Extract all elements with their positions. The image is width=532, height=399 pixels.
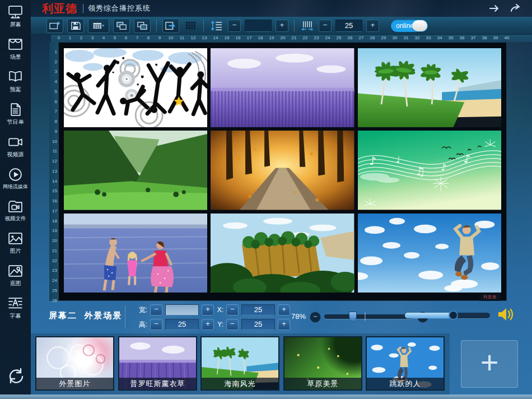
zoom-percent-label: 78% xyxy=(291,312,306,321)
canvas-tile-dancers[interactable] xyxy=(64,48,207,127)
image-icon xyxy=(7,231,24,246)
toggle-knob[interactable] xyxy=(412,20,427,31)
scene-label: 外景场景 xyxy=(84,310,122,320)
zoom-slider-handle[interactable] xyxy=(349,312,357,322)
bottom-edge xyxy=(0,395,532,399)
column-spacing-plus-button[interactable]: + xyxy=(366,20,379,32)
y-minus-button[interactable]: − xyxy=(226,319,239,330)
canvas-tile-lavender[interactable] xyxy=(211,48,354,127)
canvas-tile-autumn-road[interactable] xyxy=(211,131,354,210)
video-camera-icon xyxy=(7,134,24,150)
scene-title: 屏幕二 外景场景 xyxy=(49,310,122,321)
sidebar-item-stream[interactable]: 网络流媒体 xyxy=(3,167,28,191)
new-screen-button[interactable] xyxy=(46,18,63,33)
refresh-button[interactable] xyxy=(6,366,25,388)
sidebar-item-basemap[interactable]: 底图 xyxy=(7,263,24,287)
x-minus-button[interactable]: − xyxy=(226,304,239,316)
column-spacing-input[interactable]: 25 xyxy=(335,20,362,32)
sidebar-item-subtitles[interactable]: 字幕 xyxy=(7,296,24,320)
toolbar-separator xyxy=(294,20,295,32)
app-title: 领秀综合播控系统 xyxy=(88,3,151,13)
grid-toggle-button[interactable] xyxy=(183,19,198,33)
sidebar-item-video-source[interactable]: 视频源 xyxy=(7,134,24,159)
toolbar-separator xyxy=(203,20,204,32)
canvas-watermark: 利亚德 xyxy=(479,294,501,301)
save-button[interactable] xyxy=(67,18,84,33)
y-plus-button[interactable]: + xyxy=(278,319,290,330)
v-ruler: 1234567891011121314151617181920212223242… xyxy=(49,42,58,301)
x-label: X: xyxy=(211,306,223,314)
thumbnail-lavender[interactable]: 普罗旺斯薰衣草 xyxy=(118,336,197,391)
sidebar-item-program[interactable]: 节目单 xyxy=(7,102,24,126)
open-book-icon xyxy=(7,69,24,85)
title-bar: 利亚德 领秀综合播控系统 xyxy=(31,0,532,17)
thumbnail-caption: 海南风光 xyxy=(202,378,278,389)
width-minus-button[interactable]: − xyxy=(150,304,162,316)
column-spacing-minus-button[interactable]: − xyxy=(319,20,332,32)
size-group: 宽: − + 高: − 25 + xyxy=(135,304,214,330)
sidebar-item-label: 视频源 xyxy=(7,151,24,159)
export-screen-button[interactable] xyxy=(162,18,179,33)
app-logo: 利亚德 xyxy=(42,1,77,16)
thumbnail-grassland[interactable]: 草原美景 xyxy=(283,336,362,391)
canvas-tile-music-sky[interactable]: ♪♩ ♫♪ ♪ xyxy=(358,131,501,210)
thumbnail-outdoor-abstract[interactable]: 外景图片 xyxy=(35,336,114,391)
speaker-button[interactable] xyxy=(497,307,514,322)
row-spacing-plus-button[interactable]: + xyxy=(276,20,288,32)
x-input[interactable]: 25 xyxy=(241,304,275,316)
width-input[interactable] xyxy=(165,304,199,316)
bring-forward-button[interactable] xyxy=(113,18,130,33)
sidebar-item-plan[interactable]: 预案 xyxy=(7,69,24,94)
sidebar-item-pictures[interactable]: 图片 xyxy=(7,231,24,255)
sidebar-item-screen[interactable]: 屏幕 xyxy=(7,4,24,29)
add-media-button[interactable]: + xyxy=(461,340,518,388)
inspector-bar: 屏幕二 外景场景 宽: − + 高: − 25 + X: − 25 + xyxy=(31,301,532,333)
zoom-slider-tick xyxy=(365,313,366,321)
svg-text:♩: ♩ xyxy=(396,154,400,165)
zoom-slider-track[interactable] xyxy=(324,314,414,319)
app-window: 屏幕 场景 预案 节目单 视频源 网络流媒体 视频文件 图片 xyxy=(0,0,532,399)
screen-label: 屏幕二 xyxy=(49,310,77,320)
canvas-tile-cliff-forest[interactable] xyxy=(211,214,354,293)
media-thumbnail-strip: 外景图片 普罗旺斯薰衣草 xyxy=(31,333,532,395)
online-toggle[interactable]: online xyxy=(391,20,428,32)
inspector-divider xyxy=(125,305,125,329)
layout-grid-dropdown[interactable] xyxy=(88,18,109,33)
height-input[interactable]: 25 xyxy=(165,319,199,330)
sidebar-item-video-files[interactable]: 视频文件 xyxy=(5,199,26,222)
row-spacing-input[interactable] xyxy=(245,20,272,32)
canvas-tile-palm-beach[interactable] xyxy=(358,48,501,127)
send-backward-button[interactable] xyxy=(134,18,151,33)
zoom-out-button[interactable]: − xyxy=(310,312,321,323)
stage-curtain-icon xyxy=(7,37,24,52)
sidebar-item-label: 节目单 xyxy=(7,118,24,126)
sidebar-item-label: 屏幕 xyxy=(10,21,21,29)
height-minus-button[interactable]: − xyxy=(150,319,162,330)
y-input[interactable]: 25 xyxy=(241,319,275,330)
sidebar-item-label: 场景 xyxy=(10,53,21,61)
arrow-right-button[interactable] xyxy=(488,4,501,13)
thumbnail-caption: 外景图片 xyxy=(36,378,113,389)
thumbnail-hainan[interactable]: 海南风光 xyxy=(200,336,279,391)
volume-slider[interactable] xyxy=(405,313,490,318)
y-label: Y: xyxy=(211,321,223,328)
monitor-icon xyxy=(7,4,24,20)
sidebar-item-scene[interactable]: 场景 xyxy=(7,37,24,61)
sidebar-item-label: 图片 xyxy=(10,247,21,255)
svg-text:♪: ♪ xyxy=(441,162,446,173)
redo-arrow-button[interactable] xyxy=(510,4,522,13)
canvas-tile-beach-family[interactable] xyxy=(64,214,207,293)
canvas-tile-jumping-man[interactable] xyxy=(358,214,501,293)
x-plus-button[interactable]: + xyxy=(278,304,290,316)
play-circle-icon xyxy=(7,167,24,182)
thumbnail-jumping-man[interactable]: 跳跃的人 xyxy=(366,336,445,391)
sidebar-item-label: 网络流媒体 xyxy=(3,183,28,191)
thumbnail-caption: 草原美景 xyxy=(284,378,361,389)
canvas-tile-green-valley[interactable] xyxy=(64,131,207,210)
speaker-icon xyxy=(497,307,514,322)
volume-slider-handle[interactable] xyxy=(449,310,458,320)
thumbnail-caption: 普罗旺斯薰衣草 xyxy=(119,378,196,389)
refresh-icon xyxy=(6,366,25,386)
row-spacing-minus-button[interactable]: − xyxy=(228,20,241,32)
svg-text:♫: ♫ xyxy=(415,166,425,179)
